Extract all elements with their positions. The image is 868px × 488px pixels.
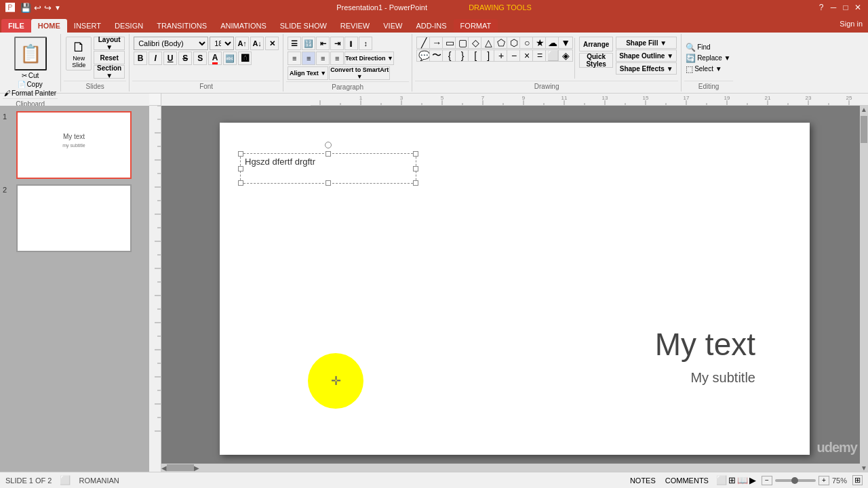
scroll-h-thumb[interactable] xyxy=(167,464,194,471)
fit-window-btn[interactable]: ⊞ xyxy=(852,475,863,485)
align-right-button[interactable]: ≡ xyxy=(316,52,330,65)
tab-transitions[interactable]: TRANSITIONS xyxy=(150,19,214,33)
slide-subtitle-text[interactable]: My subtitle xyxy=(690,370,755,386)
notes-button[interactable]: NOTES xyxy=(628,476,658,485)
bottom-scrollbar[interactable]: ◀ ▶ xyxy=(161,464,860,472)
arrange-button[interactable]: Arrange xyxy=(579,37,613,52)
tab-design[interactable]: DESIGN xyxy=(108,19,150,33)
slide-2-thumbnail[interactable] xyxy=(16,184,132,252)
increase-font-button[interactable]: A↑ xyxy=(235,37,249,50)
redo-btn[interactable]: ↪ xyxy=(44,3,52,13)
slideshow-btn[interactable]: ▶ xyxy=(749,475,756,485)
copy-label[interactable]: Copy xyxy=(26,81,42,88)
handle-tr[interactable] xyxy=(413,151,418,157)
restore-btn[interactable]: □ xyxy=(841,3,850,12)
zoom-slider[interactable] xyxy=(775,479,816,482)
columns-button[interactable]: ⫿ xyxy=(344,37,358,50)
smartart-button[interactable]: Convert to SmartArt ▼ xyxy=(329,66,390,80)
find-button[interactable]: 🔍 Find xyxy=(686,43,710,52)
font-name-selector[interactable]: Calibri (Body) xyxy=(134,37,208,50)
strikethrough-button[interactable]: S xyxy=(178,52,192,65)
new-slide-button[interactable]: 🗋 New Slide xyxy=(66,37,92,70)
help-btn[interactable]: ? xyxy=(816,3,826,12)
indent-less-button[interactable]: ⇤ xyxy=(316,37,330,50)
text-box-selected[interactable]: Hgszd dfertf drgftr xyxy=(240,153,416,184)
undo-btn[interactable]: ↩ xyxy=(34,3,41,13)
handle-tm[interactable] xyxy=(326,151,331,157)
tab-slideshow[interactable]: SLIDE SHOW xyxy=(273,19,334,33)
handle-bl[interactable] xyxy=(238,180,243,186)
shadow-button[interactable]: S xyxy=(193,52,207,65)
scroll-down-arrow[interactable]: ▼ xyxy=(861,464,867,472)
shape-effects-button[interactable]: Shape Effects ▼ xyxy=(616,62,677,75)
tab-format[interactable]: FORMAT xyxy=(454,19,498,33)
sign-in[interactable]: Sign in xyxy=(840,20,863,28)
handle-bm[interactable] xyxy=(326,180,331,186)
yellow-circle[interactable]: ✛ xyxy=(308,353,363,409)
slide-main-text[interactable]: My text xyxy=(655,326,755,363)
text-direction-button[interactable]: Text Direction ▼ xyxy=(344,52,394,65)
shape-outline-button[interactable]: Shape Outline ▼ xyxy=(616,49,677,62)
minimize-btn[interactable]: ─ xyxy=(829,3,838,12)
flowchart2-shape[interactable]: ◈ xyxy=(558,49,573,62)
indent-more-button[interactable]: ⇥ xyxy=(330,37,344,50)
slide-1-thumbnail[interactable]: My text my subtitle xyxy=(16,111,132,179)
tab-view[interactable]: VIEW xyxy=(376,19,409,33)
zoom-in-btn[interactable]: + xyxy=(818,476,829,485)
handle-mr[interactable] xyxy=(413,166,418,171)
align-left-button[interactable]: ≡ xyxy=(288,52,301,65)
reading-view-btn[interactable]: 📖 xyxy=(737,475,748,485)
right-scrollbar[interactable]: ▲ ▼ xyxy=(860,106,868,472)
tab-file[interactable]: FILE xyxy=(1,19,31,33)
underline-button[interactable]: U xyxy=(163,52,177,65)
shape-fill-button[interactable]: Shape Fill ▼ xyxy=(616,37,677,49)
font-size-selector[interactable]: 18 xyxy=(210,37,234,50)
numbering-button[interactable]: 🔢 xyxy=(302,37,315,50)
reset-button[interactable]: Reset xyxy=(94,51,125,64)
tab-review[interactable]: REVIEW xyxy=(334,19,376,33)
font-color-button[interactable]: A xyxy=(208,52,222,65)
decrease-font-button[interactable]: A↓ xyxy=(250,37,264,50)
clear-format-button[interactable]: ✕ xyxy=(265,37,279,50)
save-btn[interactable]: 💾 xyxy=(20,3,31,13)
replace-button[interactable]: 🔄 Replace ▼ xyxy=(686,54,730,63)
quick-styles-button[interactable]: Quick Styles xyxy=(579,53,613,68)
more-shapes[interactable]: ▼ xyxy=(558,37,573,49)
scroll-up-arrow[interactable]: ▲ xyxy=(861,106,867,113)
tab-animations[interactable]: ANIMATIONS xyxy=(214,19,273,33)
handle-ml[interactable] xyxy=(238,166,243,171)
section-button[interactable]: Section ▼ xyxy=(94,65,125,79)
highlight-button[interactable]: 🔤 xyxy=(223,52,237,65)
slide-sorter-btn[interactable]: ⊞ xyxy=(728,475,736,485)
zoom-out-btn[interactable]: − xyxy=(762,476,772,485)
paste-button[interactable]: 📋 xyxy=(14,37,47,70)
handle-tl[interactable] xyxy=(238,151,243,157)
slide-canvas[interactable]: Hgszd dfertf drgftr ✛ My text My subtitl… xyxy=(220,123,810,455)
fit-slide-button[interactable]: ⬜ xyxy=(60,475,71,485)
justify-button[interactable]: ≡ xyxy=(330,52,344,65)
rotate-handle[interactable] xyxy=(325,142,332,148)
customize-btn[interactable]: ▼ xyxy=(54,3,61,13)
tab-home[interactable]: HOME xyxy=(31,19,67,33)
scroll-left-arrow[interactable]: ◀ xyxy=(161,464,167,472)
scroll-thumb[interactable] xyxy=(861,116,867,143)
align-text-button[interactable]: Align Text ▼ xyxy=(288,66,328,80)
close-btn[interactable]: ✕ xyxy=(853,3,863,12)
bullets-button[interactable]: ☰ xyxy=(288,37,301,50)
tab-addins[interactable]: ADD-INS xyxy=(409,19,453,33)
tab-insert[interactable]: INSERT xyxy=(67,19,108,33)
window-controls[interactable]: ? ─ □ ✕ xyxy=(816,3,863,12)
line-spacing-button[interactable]: ↕ xyxy=(359,37,372,50)
normal-view-btn[interactable]: ⬜ xyxy=(716,475,727,485)
scroll-right-arrow[interactable]: ▶ xyxy=(194,464,199,472)
select-button[interactable]: ⬚ Select ▼ xyxy=(686,64,722,74)
canvas-container[interactable]: Hgszd dfertf drgftr ✛ My text My subtitl… xyxy=(161,106,868,472)
cut-label[interactable]: Cut xyxy=(28,72,39,79)
layout-button[interactable]: Layout ▼ xyxy=(94,37,125,50)
comments-button[interactable]: COMMENTS xyxy=(663,476,711,485)
align-center-button[interactable]: ≡ xyxy=(302,52,315,65)
format-painter-label[interactable]: Format Painter xyxy=(12,89,56,97)
handle-br[interactable] xyxy=(413,180,418,186)
italic-button[interactable]: I xyxy=(149,52,162,65)
font-color2-button[interactable]: 🅰 xyxy=(238,52,252,65)
